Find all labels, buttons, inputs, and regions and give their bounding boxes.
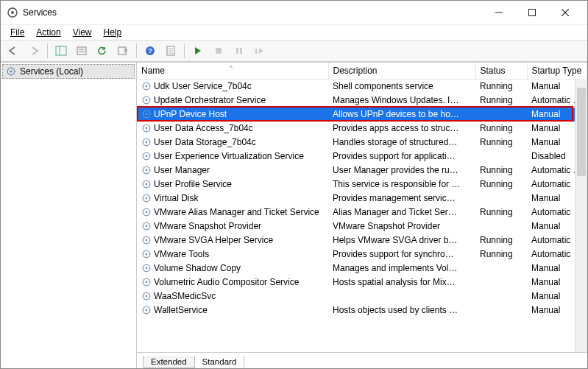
svg-point-42 <box>146 197 148 200</box>
vertical-scrollbar[interactable] <box>575 80 587 352</box>
table-row[interactable]: VMware ToolsProvides support for synchro… <box>137 247 587 261</box>
service-description: Allows UPnP devices to be ho… <box>328 108 475 122</box>
svg-point-36 <box>146 155 148 158</box>
svg-point-24 <box>10 70 12 72</box>
table-row[interactable]: Volume Shadow CopyManages and implements… <box>137 261 587 275</box>
service-description: Provides apps access to struc… <box>328 122 475 136</box>
table-row[interactable]: VMware Alias Manager and Ticket ServiceA… <box>137 205 587 219</box>
table-row[interactable]: VMware Snapshot ProviderVMware Snapshot … <box>137 219 587 233</box>
gear-icon <box>141 151 152 161</box>
close-button[interactable] <box>548 1 581 24</box>
gear-icon <box>141 123 152 133</box>
svg-point-28 <box>146 99 148 102</box>
properties-button[interactable] <box>72 42 91 60</box>
table-row[interactable]: User ManagerUser Manager provides the ru… <box>137 164 587 178</box>
scrollbar-thumb[interactable] <box>577 88 586 176</box>
table-row[interactable]: WaaSMedicSvcManual <box>137 289 587 303</box>
restart-service-button[interactable] <box>250 42 269 60</box>
window-controls <box>482 1 581 24</box>
gear-icon <box>141 109 152 119</box>
menu-file[interactable]: File <box>5 26 29 39</box>
table-row[interactable]: User Data Access_7b04cProvides apps acce… <box>137 122 587 136</box>
service-status <box>475 191 527 205</box>
start-service-button[interactable] <box>188 42 208 60</box>
service-status <box>475 150 527 164</box>
table-row[interactable]: VMware SVGA Helper ServiceHelps VMware S… <box>137 233 587 247</box>
table-row[interactable]: Virtual DiskProvides management servic…M… <box>137 191 587 205</box>
menu-view[interactable]: View <box>68 26 97 39</box>
svg-point-48 <box>146 239 148 242</box>
service-status: Running <box>475 94 527 108</box>
table-row[interactable]: WalletServiceHosts objects used by clien… <box>137 303 587 317</box>
help-button[interactable]: ? <box>141 42 160 60</box>
maximize-button[interactable] <box>515 1 548 24</box>
column-header-description[interactable]: Description <box>328 63 475 80</box>
service-status <box>475 275 527 289</box>
svg-point-50 <box>146 253 148 256</box>
table-row[interactable]: User Data Storage_7b04cHandles storage o… <box>137 136 587 150</box>
service-name: Update Orchestrator Service <box>154 95 266 105</box>
column-header-name[interactable]: Name <box>137 63 328 80</box>
properties-icon[interactable] <box>161 42 180 60</box>
service-status: Running <box>475 178 527 191</box>
tree-root-services-local[interactable]: Services (Local) <box>2 64 135 79</box>
export-list-button[interactable] <box>113 42 132 60</box>
svg-point-32 <box>146 127 148 130</box>
service-status: Running <box>475 80 527 94</box>
toolbar: ? <box>1 40 587 62</box>
table-row[interactable]: Udk User Service_7b04cShell components s… <box>137 80 587 94</box>
service-description <box>328 289 475 303</box>
service-name: WaaSMedicSvc <box>154 291 216 301</box>
gear-icon <box>141 263 152 273</box>
service-status <box>475 219 527 233</box>
service-status: Running <box>475 136 527 150</box>
service-name: Volume Shadow Copy <box>154 263 241 273</box>
tree-root-label: Services (Local) <box>20 66 83 77</box>
svg-point-52 <box>146 267 148 270</box>
svg-text:?: ? <box>148 47 152 55</box>
svg-point-44 <box>146 211 148 214</box>
svg-rect-21 <box>240 48 242 54</box>
svg-point-58 <box>146 309 148 312</box>
menu-action[interactable]: Action <box>31 26 65 39</box>
svg-point-40 <box>146 183 148 186</box>
table-row[interactable]: Update Orchestrator ServiceManages Windo… <box>137 94 587 108</box>
service-status: Running <box>475 233 527 247</box>
tree-pane: Services (Local) <box>1 63 137 368</box>
column-header-status[interactable]: Status <box>475 63 527 80</box>
menu-help[interactable]: Help <box>99 26 127 39</box>
tab-standard[interactable]: Standard <box>194 356 245 368</box>
service-name: VMware SVGA Helper Service <box>154 235 273 245</box>
svg-rect-6 <box>56 46 66 55</box>
services-list: Name Description Status Startup Type Udk… <box>137 63 587 352</box>
service-description: Manages and implements Vol… <box>328 261 475 275</box>
refresh-button[interactable] <box>93 42 112 60</box>
menu-bar: File Action View Help <box>1 24 587 40</box>
tab-extended[interactable]: Extended <box>143 356 195 368</box>
table-row[interactable]: UPnP Device HostAllows UPnP devices to b… <box>137 108 587 122</box>
gear-icon <box>6 66 16 77</box>
column-header-startup[interactable]: Startup Type <box>527 63 587 80</box>
service-name: WalletService <box>154 305 208 315</box>
service-description: Manages Windows Updates. I… <box>328 94 475 108</box>
back-button[interactable] <box>4 42 23 60</box>
table-row[interactable]: User Experience Virtualization ServicePr… <box>137 150 587 164</box>
svg-point-1 <box>11 11 14 14</box>
service-name: VMware Alias Manager and Ticket Service <box>154 207 319 217</box>
forward-button[interactable] <box>24 42 43 60</box>
gear-icon <box>141 221 152 231</box>
stop-service-button[interactable] <box>209 42 228 60</box>
service-name: User Profile Service <box>154 179 232 189</box>
svg-rect-20 <box>236 48 238 54</box>
service-description: Provides management servic… <box>328 191 475 205</box>
pause-service-button[interactable] <box>230 42 249 60</box>
minimize-button[interactable] <box>482 1 515 24</box>
title-bar: Services <box>1 1 587 24</box>
services-app-icon <box>7 7 18 18</box>
table-row[interactable]: Volumetric Audio Compositor ServiceHosts… <box>137 275 587 289</box>
svg-rect-19 <box>216 48 222 54</box>
show-hide-tree-button[interactable] <box>52 42 71 60</box>
gear-icon <box>141 305 152 315</box>
table-row[interactable]: User Profile ServiceThis service is resp… <box>137 178 587 191</box>
svg-point-54 <box>146 281 148 284</box>
